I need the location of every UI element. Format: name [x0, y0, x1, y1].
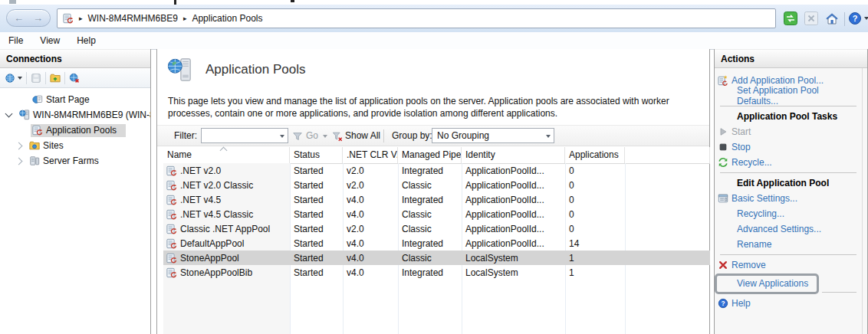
back-icon[interactable]: ← — [14, 13, 24, 23]
go-button[interactable]: Go — [306, 130, 318, 141]
tree-item-start-page[interactable]: Start Page — [0, 92, 150, 107]
menu-view[interactable]: View — [31, 33, 68, 48]
column-header-identity[interactable]: Identity — [462, 147, 565, 163]
help-dropdown-icon[interactable] — [864, 17, 868, 20]
chevron-collapsed-icon[interactable] — [15, 142, 23, 149]
action-basic-settings[interactable]: Basic Settings... — [715, 191, 862, 206]
show-all-icon — [332, 131, 343, 142]
application-pools-large-icon — [166, 57, 192, 83]
tree-item-server[interactable]: WIN-8M4RMHM6BE9 (WIN-8 — [0, 107, 150, 123]
column-header-status[interactable]: Status — [290, 147, 343, 163]
stop-icon — [715, 142, 732, 152]
action-recycle[interactable]: Recycle... — [715, 155, 862, 170]
table-row[interactable]: Classic .NET AppPool Started v2.0 Classi… — [163, 221, 710, 236]
home-button[interactable] — [825, 11, 839, 25]
show-all-button[interactable]: Show All — [345, 130, 380, 141]
svg-text:?: ? — [721, 300, 725, 307]
filter-toolbar: Filter: Go Show All Group by: No Groupin… — [157, 125, 709, 146]
remove-icon — [715, 260, 732, 270]
menu-bar: File View Help — [0, 32, 868, 50]
iis-manager-window: ← → ▸ WIN-8M4RMHM6BE9 ▸ Application Pool… — [0, 0, 868, 334]
action-advanced-settings[interactable]: Advanced Settings... — [715, 221, 862, 237]
folder-up-icon[interactable] — [50, 73, 61, 84]
toolbar-divider — [844, 12, 845, 26]
table-row[interactable]: .NET v2.0 Started v2.0 Integrated Applic… — [163, 163, 710, 178]
chevron-down-icon[interactable] — [546, 135, 551, 138]
breadcrumb-separator-icon: ▸ — [79, 15, 83, 22]
app-pool-icon — [166, 267, 177, 278]
action-recycling[interactable]: Recycling... — [715, 206, 862, 221]
tree-item-application-pools[interactable]: Application Pools — [0, 123, 150, 138]
column-header-pipeline[interactable]: Managed Pipel... — [398, 147, 462, 163]
action-view-applications[interactable]: View Applications — [715, 275, 862, 292]
table-row[interactable]: .NET v2.0 Classic Started v2.0 Classic A… — [163, 178, 710, 192]
action-set-application-pool-defaults[interactable]: Set Application Pool Defaults... — [715, 88, 862, 103]
help-button[interactable]: ? — [848, 11, 862, 25]
toolbar-divider — [45, 72, 46, 84]
server-icon — [19, 110, 30, 120]
actions-panel: Actions Add Application Pool... Set Appl… — [714, 49, 868, 334]
app-pool-icon — [166, 253, 177, 264]
sites-icon — [29, 140, 40, 151]
actions-body: Add Application Pool... Set Application … — [715, 68, 863, 334]
tree-item-server-farms[interactable]: Server Farms — [0, 153, 150, 169]
table-header: Name Status .NET CLR V... Managed Pipel.… — [163, 147, 710, 164]
app-pool-icon — [166, 224, 177, 234]
actions-separator — [822, 292, 856, 293]
column-header-empty — [625, 147, 710, 163]
group-by-combobox[interactable]: No Grouping — [432, 128, 554, 143]
column-header-applications[interactable]: Applications — [565, 147, 625, 163]
navigation-buttons[interactable]: ← → — [6, 9, 51, 27]
save-connections-icon — [31, 73, 41, 84]
main-content-panel: Application Pools This page lets you vie… — [156, 49, 710, 334]
action-help[interactable]: ? Help — [715, 296, 862, 311]
delete-connection-icon[interactable] — [69, 73, 80, 84]
application-pools-table: Name Status .NET CLR V... Managed Pipel.… — [163, 147, 710, 334]
go-dropdown-icon[interactable] — [323, 135, 327, 138]
app-pool-icon — [166, 180, 177, 191]
actions-separator — [720, 172, 856, 173]
breadcrumb-server[interactable]: WIN-8M4RMHM6BE9 — [88, 13, 178, 24]
actions-separator — [720, 254, 856, 255]
iis-site-icon — [63, 13, 74, 24]
action-stop[interactable]: Stop — [715, 139, 862, 155]
stop-request-icon — [804, 11, 818, 25]
app-pool-icon — [166, 238, 177, 249]
chevron-collapsed-icon[interactable] — [15, 157, 23, 165]
menu-help[interactable]: Help — [68, 33, 104, 48]
column-header-clr-version[interactable]: .NET CLR V... — [343, 147, 398, 163]
group-by-label: Group by: — [392, 130, 432, 141]
connections-header: Connections — [0, 49, 150, 68]
toolbar-divider — [64, 72, 65, 84]
help-icon: ? — [715, 298, 732, 309]
basic-settings-icon — [715, 193, 732, 204]
table-row[interactable]: StoneAppPoolBib Started v4.0 Integrated … — [163, 265, 710, 280]
svg-text:?: ? — [853, 14, 858, 23]
action-remove[interactable]: Remove — [715, 257, 862, 273]
start-page-icon — [32, 94, 43, 105]
cropped-artifact — [291, 0, 294, 2]
menu-file[interactable]: File — [0, 33, 31, 48]
action-rename[interactable]: Rename — [715, 237, 862, 252]
toolbar-divider — [26, 72, 27, 84]
chevron-expanded-icon[interactable] — [5, 110, 13, 118]
table-row[interactable]: .NET v4.5 Classic Started v4.0 Classic A… — [163, 207, 710, 221]
connections-panel: Connections Start P — [0, 49, 151, 334]
breadcrumb-separator-icon: ▸ — [183, 15, 187, 22]
breadcrumb[interactable]: ▸ WIN-8M4RMHM6BE9 ▸ Application Pools — [57, 8, 776, 28]
refresh-button[interactable] — [784, 11, 797, 25]
table-row[interactable]: .NET v4.5 Started v4.0 Integrated Applic… — [163, 192, 710, 207]
filter-combobox[interactable] — [201, 128, 288, 143]
create-connection-icon[interactable] — [5, 73, 22, 84]
forward-icon[interactable]: → — [33, 13, 43, 23]
cropped-artifact — [9, 0, 16, 4]
table-row[interactable]: DefaultAppPool Started v4.0 Integrated A… — [163, 236, 710, 250]
breadcrumb-page[interactable]: Application Pools — [192, 13, 262, 24]
chevron-down-icon[interactable] — [280, 135, 284, 138]
app-pool-icon — [166, 209, 177, 220]
tree-item-sites[interactable]: Sites — [0, 138, 150, 153]
toolbar-divider — [383, 129, 384, 142]
selected-tree-item[interactable]: Application Pools — [31, 124, 126, 137]
app-pool-icon — [166, 165, 177, 176]
table-row-selected[interactable]: StoneAppPool Started v4.0 Classic LocalS… — [163, 250, 710, 265]
